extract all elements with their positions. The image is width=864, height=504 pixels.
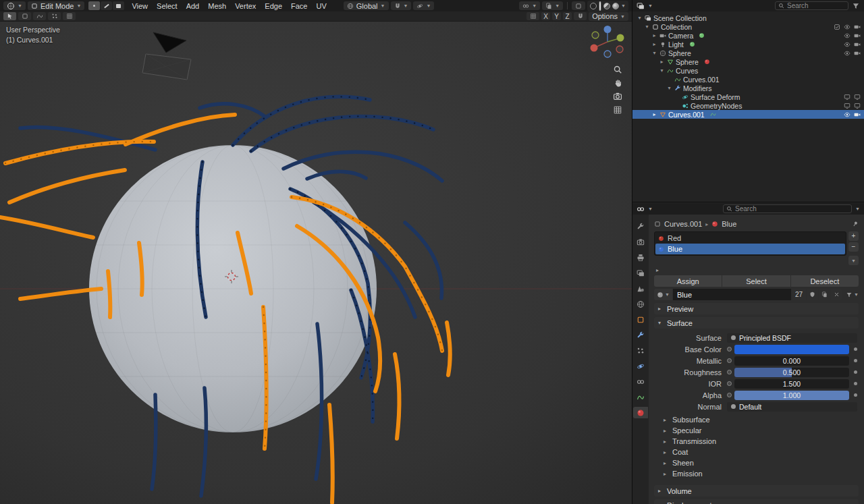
filter-dropdown[interactable]: ▼ [846,291,859,298]
disclosure-icon[interactable]: ▾ [637,15,643,21]
subpanel-subsurface[interactable]: ▸Subsurface [654,414,859,425]
z-axis-handle[interactable] [604,26,612,33]
render-camera-icon[interactable] [854,50,861,57]
outliner-row-surface-deform[interactable]: Surface Deform [632,92,864,101]
remove-slot-button[interactable]: − [848,242,859,252]
material-browse-button[interactable]: ▼ [654,289,672,300]
vertex-select-button[interactable] [88,1,100,10]
fake-user-button[interactable] [807,289,818,300]
outliner-row-sphere-mesh[interactable]: ▸ Sphere [632,57,864,66]
outliner-row-curves-data[interactable]: Curves.001 [632,75,864,84]
decorator-icon[interactable] [854,370,857,374]
eye-icon[interactable] [844,41,850,48]
menu-add[interactable]: Add [183,1,203,11]
menu-select[interactable]: Select [153,1,181,11]
chevron-down-icon[interactable]: ▼ [855,206,860,211]
viewport-canvas[interactable]: User Perspective (1) Curves.001 [0,22,632,504]
annotate-tool-button[interactable] [63,12,76,20]
outliner-row-curves-object[interactable]: ▾ Curves [632,66,864,75]
breadcrumb-object[interactable]: Curves.001 [664,220,702,228]
eye-icon[interactable] [844,50,850,57]
disclosure-icon[interactable]: ▾ [651,50,657,56]
unlink-button[interactable] [831,289,842,300]
wireframe-shading-button[interactable] [590,3,597,9]
render-camera-icon[interactable] [854,41,861,48]
editor-type-button[interactable]: ▼ [3,1,26,10]
slot-row-red[interactable]: Red [655,233,845,244]
tab-physics[interactable] [633,360,648,372]
tab-output[interactable] [633,252,648,263]
outliner-row-sphere-object[interactable]: ▾ Sphere [632,49,864,57]
properties-search[interactable] [723,204,852,213]
menu-vertex[interactable]: Vertex [232,1,259,11]
breadcrumb-material[interactable]: Blue [722,220,736,228]
rendered-shading-button[interactable] [612,3,619,9]
assign-button[interactable]: Assign [654,275,722,287]
pin-icon[interactable] [850,219,860,229]
properties-search-input[interactable] [735,205,848,213]
outliner-row-collection[interactable]: ▾ Collection [632,22,864,31]
disclosure-icon[interactable]: ▾ [659,67,665,74]
displacement-panel-header[interactable]: ▾ Displacement [654,499,859,504]
disclosure-icon[interactable]: ▸ [651,32,657,38]
roughness-slider[interactable]: 0.500 [734,368,849,377]
options-dropdown[interactable]: Options ▼ [589,12,628,21]
mirror-y-button[interactable]: Y [552,12,561,20]
outliner-search-input[interactable] [787,2,845,9]
xray-toggle-button[interactable] [572,1,585,10]
outliner-row-scene-collection[interactable]: ▾ Scene Collection [632,13,864,22]
render-camera-icon[interactable] [854,24,861,30]
properties-editor-icon[interactable] [637,205,645,213]
solid-shading-button[interactable] [599,1,601,11]
render-camera-icon[interactable] [854,111,861,118]
disclosure-icon[interactable]: ▸ [659,59,665,65]
slot-row-blue[interactable]: Blue [655,244,845,254]
add-slot-button[interactable]: + [848,231,859,241]
tab-scene[interactable] [633,283,648,294]
tab-particles[interactable] [633,345,648,356]
gizmos-dropdown[interactable]: ▼ [519,1,540,10]
subpanel-transmission[interactable]: ▸Transmission [654,436,859,447]
menu-uv[interactable]: UV [313,1,329,11]
new-material-button[interactable] [819,289,830,300]
tab-world[interactable] [633,298,648,310]
menu-face[interactable]: Face [288,1,310,11]
tab-object-data[interactable] [633,391,648,403]
mirror-x-button[interactable]: X [541,12,550,20]
transform-orientation-dropdown[interactable]: Global ▼ [344,1,389,10]
snap-toggle-button[interactable]: ▼ [391,1,412,10]
display-edit-icon[interactable] [844,94,850,101]
slot-specials-button[interactable]: ▼ [848,256,859,265]
select-button[interactable]: Select [722,275,790,287]
decorator-icon[interactable] [854,382,857,385]
subpanel-emission[interactable]: ▸Emission [654,468,859,479]
outliner-editor-icon[interactable] [637,2,645,10]
decorator-icon[interactable] [854,359,857,362]
select-circle-tool-button[interactable] [48,12,61,20]
overlays-dropdown[interactable]: ▼ [542,1,563,10]
checkbox-icon[interactable] [834,24,840,30]
disclosure-icon[interactable]: ▾ [644,24,650,30]
eye-icon[interactable] [844,32,850,39]
snap-settings-button[interactable] [574,12,587,20]
tab-material[interactable] [633,407,648,418]
outliner-row-modifiers[interactable]: ▾ Modifiers [632,84,864,92]
preview-panel-header[interactable]: ▸ Preview [654,303,859,314]
tab-render[interactable] [633,236,648,248]
decorator-icon[interactable] [854,393,857,397]
users-count-badge[interactable]: 27 [792,289,806,300]
tab-view-layer[interactable] [633,267,648,279]
eye-icon[interactable] [844,111,850,118]
mirror-z-button[interactable]: Z [563,12,572,20]
eye-icon[interactable] [844,24,850,30]
face-select-button[interactable] [113,1,124,10]
deselect-button[interactable]: Deselect [791,275,859,287]
disclosure-icon[interactable]: ▸ [651,41,657,47]
y-axis-handle[interactable] [617,34,624,42]
filter-icon[interactable] [852,2,860,10]
mode-dropdown[interactable]: Edit Mode ▼ [28,1,84,10]
x-axis-handle[interactable] [591,45,598,52]
subpanel-coat[interactable]: ▸Coat [654,447,859,457]
menu-edge[interactable]: Edge [261,1,286,11]
outliner-row-light[interactable]: ▸ Light [632,40,864,49]
